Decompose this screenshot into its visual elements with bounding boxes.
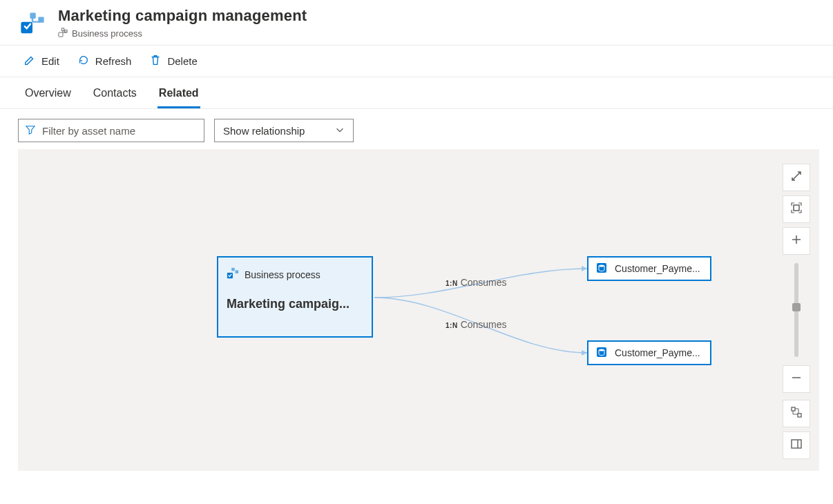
mini-map-icon [790, 406, 803, 421]
svg-rect-15 [798, 414, 801, 417]
panel-toggle-button[interactable] [783, 432, 810, 459]
zoom-thumb[interactable] [792, 303, 801, 311]
node-main[interactable]: Business process Marketing campaig... [217, 256, 373, 338]
fit-button[interactable] [783, 195, 810, 223]
page-subtitle: Business process [58, 28, 307, 39]
edit-button[interactable]: Edit [21, 51, 62, 71]
edge-label-2: 1:NConsumes [446, 319, 507, 330]
node-related-1[interactable]: Customer_Payme... [587, 256, 711, 281]
subtitle-icon [58, 28, 68, 39]
filter-bar: Filter by asset name Show relationship [0, 109, 833, 149]
svg-rect-7 [231, 268, 235, 271]
filter-placeholder: Filter by asset name [42, 125, 135, 137]
edge-label-1: 1:NConsumes [446, 277, 507, 288]
fit-icon [790, 202, 803, 217]
delete-icon [149, 54, 162, 68]
plus-icon [790, 233, 803, 249]
svg-point-12 [599, 349, 604, 351]
page-header: Marketing campaign management Business p… [0, 0, 833, 45]
chevron-down-icon [335, 125, 345, 137]
mini-map-button[interactable] [783, 400, 810, 427]
expand-button[interactable] [783, 164, 810, 191]
tab-contacts[interactable]: Contacts [92, 77, 138, 108]
relationship-select[interactable]: Show relationship [214, 119, 354, 142]
zoom-in-button[interactable] [783, 227, 810, 255]
tab-overview[interactable]: Overview [23, 77, 73, 108]
node-related-2[interactable]: Customer_Payme... [587, 340, 711, 365]
business-process-icon [19, 10, 46, 37]
relationship-canvas[interactable]: Business process Marketing campaig... 1:… [18, 149, 819, 471]
refresh-button[interactable]: Refresh [75, 51, 135, 71]
node-type: Business process [227, 267, 363, 282]
command-bar: Edit Refresh Delete [0, 45, 833, 77]
filter-icon [26, 125, 35, 137]
tab-bar: Overview Contacts Related [0, 77, 833, 109]
refresh-icon [77, 54, 90, 68]
zoom-slider[interactable] [794, 263, 798, 357]
panel-icon [790, 438, 803, 453]
data-asset-icon [595, 262, 608, 276]
svg-rect-14 [792, 407, 795, 411]
node-title: Marketing campaig... [227, 297, 363, 311]
minus-icon [790, 371, 803, 387]
edit-icon [23, 54, 36, 68]
canvas-controls [783, 164, 810, 459]
expand-icon [790, 170, 803, 185]
svg-rect-13 [794, 205, 799, 211]
delete-button[interactable]: Delete [146, 51, 200, 71]
data-asset-icon [595, 346, 608, 360]
svg-rect-4 [61, 28, 64, 31]
tab-related[interactable]: Related [157, 77, 200, 108]
svg-rect-8 [236, 271, 239, 274]
business-process-icon [227, 267, 239, 282]
svg-rect-16 [792, 440, 801, 448]
svg-point-10 [599, 264, 604, 266]
page-title: Marketing campaign management [58, 7, 307, 25]
relationship-edges [19, 150, 818, 470]
zoom-out-button[interactable] [783, 365, 810, 393]
svg-rect-3 [59, 32, 63, 37]
svg-rect-1 [30, 12, 35, 18]
filter-input[interactable]: Filter by asset name [18, 119, 204, 142]
